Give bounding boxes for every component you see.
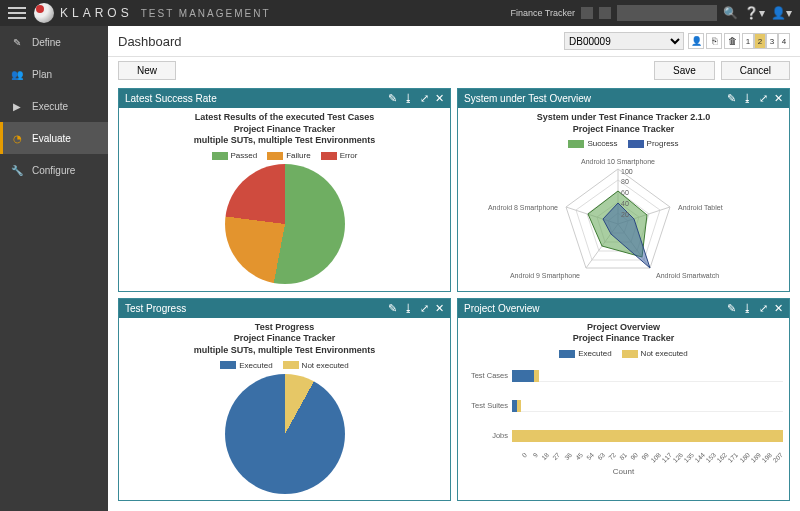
chart-legend: Executed Not executed: [458, 349, 789, 358]
svg-text:60: 60: [621, 189, 629, 196]
user-icon[interactable]: 👤▾: [771, 6, 792, 20]
svg-text:100: 100: [621, 168, 633, 175]
logo-icon: [34, 3, 54, 23]
panel-test-progress: Test Progress ✎ ⭳ ⤢ ✕ Test Progress Proj…: [118, 298, 451, 502]
users-icon: 👥: [10, 67, 24, 81]
chart-title-line: Project Overview: [458, 322, 789, 334]
svg-text:40: 40: [621, 200, 629, 207]
pie-chart: [225, 164, 345, 284]
expand-icon[interactable]: ⤢: [420, 92, 429, 105]
chart-title-line: Project Finance Tracker: [119, 333, 450, 345]
sidebar-item-execute[interactable]: ▶ Execute: [0, 90, 108, 122]
pencil-icon: ✎: [10, 35, 24, 49]
sidebar-item-label: Configure: [32, 165, 75, 176]
wrench-icon: 🔧: [10, 163, 24, 177]
chart-legend: Success Progress: [458, 139, 789, 148]
chart-title-line: multiple SUTs, multiple Test Environment…: [119, 135, 450, 147]
close-icon[interactable]: ✕: [435, 302, 444, 315]
help-icon[interactable]: ❔▾: [744, 6, 765, 20]
project-label: Finance Tracker: [510, 8, 575, 18]
sidebar: ✎ Define 👥 Plan ▶ Execute ◔ Evaluate 🔧 C…: [0, 26, 108, 511]
archive-icon[interactable]: [581, 7, 593, 19]
sidebar-item-label: Execute: [32, 101, 68, 112]
user-add-icon[interactable]: 👤: [688, 33, 704, 49]
menu-icon[interactable]: [8, 4, 26, 22]
close-icon[interactable]: ✕: [774, 302, 783, 315]
titlebar: Dashboard DB00009 👤 ⎘ 🗑 1 2 3 4: [108, 26, 800, 57]
edit-icon[interactable]: ✎: [388, 92, 397, 105]
expand-icon[interactable]: ⤢: [420, 302, 429, 315]
brand-name: KLAROS: [60, 6, 133, 20]
sidebar-item-plan[interactable]: 👥 Plan: [0, 58, 108, 90]
svg-text:20: 20: [621, 211, 629, 218]
svg-text:Android 9 Smartphone: Android 9 Smartphone: [510, 272, 580, 280]
download-icon[interactable]: ⭳: [403, 92, 414, 105]
chart-title-line: multiple SUTs, multiple Test Environment…: [119, 345, 450, 357]
pager-current[interactable]: 2: [754, 33, 766, 49]
panel-title: Test Progress: [125, 303, 186, 314]
download-icon[interactable]: ⭳: [742, 92, 753, 105]
expand-icon[interactable]: ⤢: [759, 92, 768, 105]
pager-prev[interactable]: 1: [742, 33, 754, 49]
main-content: Dashboard DB00009 👤 ⎘ 🗑 1 2 3 4 New Save: [108, 26, 800, 511]
sidebar-item-label: Define: [32, 37, 61, 48]
page-title: Dashboard: [118, 34, 182, 49]
panel-title: System under Test Overview: [464, 93, 591, 104]
topbar: KLAROS TEST MANAGEMENT Finance Tracker 🔍…: [0, 0, 800, 26]
bar-chart: Test Cases Test Suites: [458, 362, 789, 476]
sidebar-item-define[interactable]: ✎ Define: [0, 26, 108, 58]
close-icon[interactable]: ✕: [774, 92, 783, 105]
chart-title-line: Latest Results of the executed Test Case…: [119, 112, 450, 124]
download-icon[interactable]: ⭳: [403, 302, 414, 315]
pie-icon: ◔: [10, 131, 24, 145]
expand-icon[interactable]: ⤢: [759, 302, 768, 315]
edit-icon[interactable]: ✎: [727, 92, 736, 105]
svg-text:Android 10 Smartphone: Android 10 Smartphone: [581, 158, 655, 166]
save-button[interactable]: Save: [654, 61, 715, 80]
svg-text:Android Tablet: Android Tablet: [678, 204, 723, 211]
new-button[interactable]: New: [118, 61, 176, 80]
button-bar: New Save Cancel: [108, 57, 800, 84]
play-icon: ▶: [10, 99, 24, 113]
edit-icon[interactable]: ✎: [727, 302, 736, 315]
download-icon[interactable]: ⭳: [742, 302, 753, 315]
panel-latest-success: Latest Success Rate ✎ ⭳ ⤢ ✕ Latest Resul…: [118, 88, 451, 292]
pie-chart: [225, 374, 345, 494]
svg-text:Android 8 Smartphone: Android 8 Smartphone: [488, 204, 558, 212]
panel-project-overview: Project Overview ✎ ⭳ ⤢ ✕ Project Overvie…: [457, 298, 790, 502]
pager-next[interactable]: 3: [766, 33, 778, 49]
pager-last[interactable]: 4: [778, 33, 790, 49]
sidebar-item-label: Evaluate: [32, 133, 71, 144]
search-input[interactable]: [617, 5, 717, 21]
edit-icon[interactable]: ✎: [388, 302, 397, 315]
pager: 1 2 3 4: [742, 33, 790, 49]
list-icon[interactable]: [599, 7, 611, 19]
brand-subtitle: TEST MANAGEMENT: [141, 8, 271, 19]
dashboard-select[interactable]: DB00009: [564, 32, 684, 50]
chart-title-line: Test Progress: [119, 322, 450, 334]
copy-icon[interactable]: ⎘: [706, 33, 722, 49]
chart-legend: Passed Failure Error: [119, 151, 450, 160]
close-icon[interactable]: ✕: [435, 92, 444, 105]
search-icon[interactable]: 🔍: [723, 6, 738, 20]
chart-title-line: Project Finance Tracker: [458, 124, 789, 136]
panel-title: Project Overview: [464, 303, 540, 314]
chart-title-line: Project Finance Tracker: [119, 124, 450, 136]
cancel-button[interactable]: Cancel: [721, 61, 790, 80]
chart-title-line: System under Test Finance Tracker 2.1.0: [458, 112, 789, 124]
sidebar-item-configure[interactable]: 🔧 Configure: [0, 154, 108, 186]
chart-legend: Executed Not executed: [119, 361, 450, 370]
chart-title-line: Project Finance Tracker: [458, 333, 789, 345]
sidebar-item-label: Plan: [32, 69, 52, 80]
svg-text:80: 80: [621, 178, 629, 185]
delete-icon[interactable]: 🗑: [724, 33, 740, 49]
radar-chart: Android 10 Smartphone Android Tablet And…: [458, 152, 778, 287]
panel-sut-overview: System under Test Overview ✎ ⭳ ⤢ ✕ Syste…: [457, 88, 790, 292]
sidebar-item-evaluate[interactable]: ◔ Evaluate: [0, 122, 108, 154]
svg-text:Android Smartwatch: Android Smartwatch: [656, 272, 719, 279]
panel-title: Latest Success Rate: [125, 93, 217, 104]
